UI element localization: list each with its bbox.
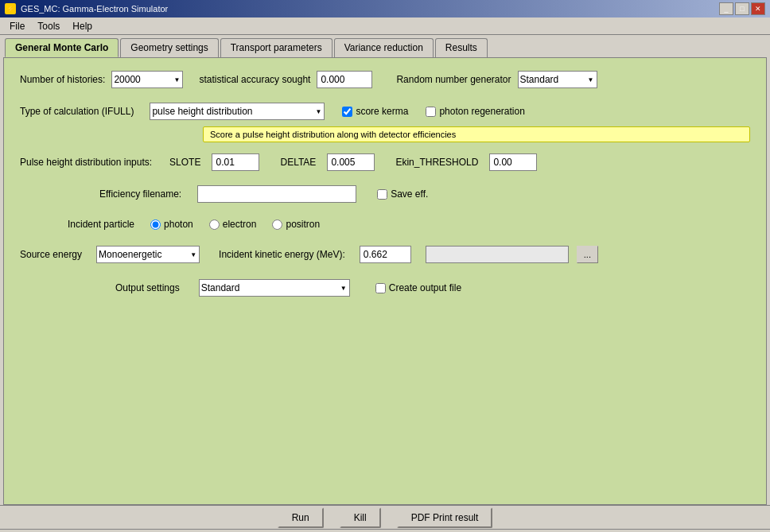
create-output-checkbox[interactable] (375, 283, 386, 293)
incident-particle-row: Incident particle photon electron positr… (68, 219, 750, 230)
create-output-text: Create output file (389, 282, 461, 293)
main-content: Number of histories: 20000 10000 50000 s… (3, 57, 767, 505)
tabs-bar: General Monte Carlo Geometry settings Tr… (0, 35, 770, 57)
output-select-wrapper: Standard Detailed (199, 279, 350, 297)
positron-label: positron (286, 219, 320, 230)
slote-input[interactable] (212, 153, 259, 171)
browse-button[interactable]: ... (577, 246, 598, 263)
pdf-button[interactable]: PDF Print result (397, 507, 493, 528)
save-eff-text: Save eff. (391, 188, 428, 200)
efficiency-label: Efficiency filename: (99, 188, 181, 200)
ekin-label: Ekin_THRESHOLD (395, 157, 478, 168)
tab-variance-reduction[interactable]: Variance reduction (334, 38, 434, 57)
photon-label: photon (164, 219, 193, 230)
histories-select-wrapper: 20000 10000 50000 (111, 71, 183, 88)
photon-radio[interactable] (150, 219, 161, 230)
output-select[interactable]: Standard Detailed (199, 279, 350, 297)
particle-radio-group: photon electron positron (150, 219, 320, 230)
phd-inputs-row: Pulse height distribution inputs: SLOTE … (20, 153, 750, 171)
hint-text: Score a pulse height distribution along … (210, 130, 456, 139)
footer-bar: Run Kill PDF Print result (0, 505, 770, 529)
save-eff-label[interactable]: Save eff. (377, 188, 428, 200)
source-energy-select-wrapper: Monoenergetic Spectrum (96, 246, 200, 263)
electron-label: electron (223, 219, 257, 230)
title-bar: ⚡ GES_MC: Gamma-Electron Simulator _ □ ✕ (0, 0, 770, 17)
tab-general-monte-carlo[interactable]: General Monte Carlo (5, 38, 119, 57)
statistical-input[interactable] (317, 71, 372, 88)
histories-select[interactable]: 20000 10000 50000 (111, 71, 183, 88)
slote-label: SLOTE (169, 157, 200, 168)
score-kerma-label[interactable]: score kerma (342, 106, 408, 117)
tab-transport-parameters[interactable]: Transport parameters (220, 38, 332, 57)
histories-row: Number of histories: 20000 10000 50000 s… (20, 71, 750, 88)
calc-type-select[interactable]: pulse height distribution kerma (150, 103, 325, 120)
incident-label: Incident particle (68, 219, 134, 230)
tab-results[interactable]: Results (435, 38, 488, 57)
calc-type-select-wrapper: pulse height distribution kerma (150, 103, 325, 120)
window-controls: _ □ ✕ (719, 2, 765, 15)
close-button[interactable]: ✕ (751, 2, 765, 15)
menu-tools[interactable]: Tools (31, 19, 66, 33)
menu-bar: File Tools Help (0, 17, 770, 35)
menu-help[interactable]: Help (66, 19, 99, 33)
source-energy-label: Source energy (20, 249, 82, 260)
maximize-button[interactable]: □ (735, 2, 749, 15)
photon-regen-text: photon regeneration (439, 106, 524, 117)
create-output-label[interactable]: Create output file (375, 282, 461, 293)
app-icon: ⚡ (5, 3, 16, 14)
deltae-input[interactable] (327, 153, 375, 171)
minimize-button[interactable]: _ (719, 2, 733, 15)
output-label: Output settings (115, 282, 180, 293)
phd-label: Pulse height distribution inputs: (20, 157, 152, 168)
rng-label: Random number generator (396, 74, 511, 85)
source-energy-select[interactable]: Monoenergetic Spectrum (96, 246, 200, 263)
status-bar (0, 529, 770, 532)
photon-regen-label[interactable]: photon regeneration (426, 106, 524, 117)
kinetic-energy-input[interactable] (360, 246, 411, 263)
calc-type-section: Type of calculation (IFULL) pulse height… (20, 103, 750, 142)
score-kerma-checkbox[interactable] (342, 107, 352, 117)
tab-geometry-settings[interactable]: Geometry settings (120, 38, 218, 57)
efficiency-row: Efficiency filename: Save eff. (20, 185, 750, 203)
photon-regen-checkbox[interactable] (426, 107, 436, 117)
ekin-input[interactable] (489, 153, 537, 171)
positron-radio-label[interactable]: positron (272, 219, 320, 230)
score-kerma-text: score kerma (356, 106, 408, 117)
electron-radio-label[interactable]: electron (209, 219, 257, 230)
electron-radio[interactable] (209, 219, 220, 230)
kinetic-energy-label: Incident kinetic energy (MeV): (219, 249, 345, 260)
deltae-label: DELTAE (280, 157, 316, 168)
calc-type-label: Type of calculation (IFULL) (20, 106, 134, 117)
menu-file[interactable]: File (3, 19, 31, 33)
run-button[interactable]: Run (278, 507, 324, 528)
window-title: GES_MC: Gamma-Electron Simulator (21, 4, 168, 14)
output-row: Output settings Standard Detailed Create… (115, 279, 750, 297)
rng-select-wrapper: Standard (518, 71, 597, 88)
calc-type-inner: Type of calculation (IFULL) pulse height… (20, 103, 750, 120)
hint-box: Score a pulse height distribution along … (203, 126, 750, 142)
histories-label: Number of histories: (20, 74, 105, 85)
statistical-label: statistical accuracy sought (199, 74, 310, 85)
kill-button[interactable]: Kill (340, 507, 381, 528)
rng-select[interactable]: Standard (518, 71, 597, 88)
positron-radio[interactable] (272, 219, 282, 230)
source-energy-row: Source energy Monoenergetic Spectrum Inc… (20, 246, 750, 263)
efficiency-input[interactable] (197, 185, 356, 203)
save-eff-checkbox[interactable] (377, 189, 387, 200)
photon-radio-label[interactable]: photon (150, 219, 193, 230)
spectrum-input[interactable] (426, 246, 569, 263)
